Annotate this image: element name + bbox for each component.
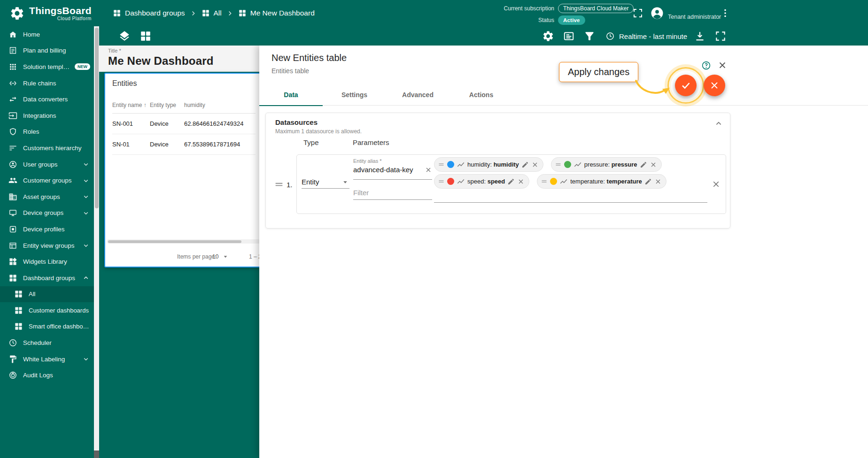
timewindow-label: Realtime - last minute	[619, 32, 687, 40]
manage-states-button[interactable]	[140, 30, 152, 42]
entity-alias-value: advanced-data-key	[353, 166, 425, 174]
cancel-changes-button[interactable]	[704, 75, 725, 96]
sidebar-item-scheduler[interactable]: Scheduler	[0, 335, 94, 351]
sidebar-item-roles[interactable]: Roles	[0, 124, 94, 140]
edit-key-button[interactable]	[507, 178, 515, 185]
dashboard-title-field[interactable]: Title * Me New Dashboard	[99, 46, 259, 72]
column-entity-name[interactable]: Entity name ↑	[112, 102, 150, 108]
billing-icon	[8, 46, 17, 55]
datasource-drag-handle[interactable]	[274, 179, 284, 190]
filters-button[interactable]	[583, 30, 596, 42]
sidebar-item-dashboard-groups[interactable]: Dashboard groups	[0, 270, 94, 286]
sidebar-item-integrations[interactable]: Integrations	[0, 107, 94, 124]
breadcrumb-separator-icon	[226, 10, 233, 17]
timeline-icon	[574, 160, 582, 169]
sidebar-item-widgets-library[interactable]: Widgets Library	[0, 253, 94, 270]
sidebar-item-customer-dashboards[interactable]: Customer dashboards	[0, 302, 94, 319]
column-entity-type[interactable]: Entity type	[150, 102, 184, 108]
remove-key-button[interactable]	[531, 161, 539, 168]
hscrollbar-thumb[interactable]	[108, 240, 241, 243]
remove-key-button[interactable]	[654, 178, 662, 185]
entities-widget[interactable]: Entities Entity name ↑ Entity type humid…	[104, 73, 263, 267]
scrollbar-thumb[interactable]	[95, 28, 99, 208]
sidebar-item-entity-view-groups[interactable]: Entity view groups	[0, 237, 94, 254]
apply-changes-button[interactable]	[675, 75, 697, 96]
scrollbar-corner	[94, 450, 99, 458]
remove-datasource-button[interactable]	[711, 179, 721, 189]
manage-layouts-button[interactable]	[118, 30, 131, 42]
chevron-down-icon	[82, 209, 90, 217]
edit-key-button[interactable]	[521, 161, 529, 168]
sidebar-item-smart-office-dashboards[interactable]: Smart office dashboards	[0, 319, 94, 335]
tab-advanced[interactable]: Advanced	[386, 84, 450, 106]
filter-placeholder: Filter	[353, 189, 369, 197]
sidebar-item-plan-and-billing[interactable]: Plan and billing	[0, 43, 94, 59]
audit-icon	[8, 371, 17, 380]
timeline-icon	[559, 177, 568, 186]
sidebar-item-user-groups[interactable]: User groups	[0, 156, 94, 173]
tab-settings[interactable]: Settings	[323, 84, 386, 106]
sidebar-item-device-groups[interactable]: Device groups	[0, 205, 94, 221]
edit-key-button[interactable]	[644, 178, 652, 185]
export-button[interactable]	[694, 30, 706, 42]
remove-key-button[interactable]	[517, 178, 525, 185]
datasources-panel: Datasources Maximum 1 datasource is allo…	[265, 113, 730, 229]
panel-close-button[interactable]	[717, 60, 728, 70]
entity-aliases-button[interactable]	[563, 30, 575, 42]
dashboards-icon	[8, 274, 17, 282]
tab-actions[interactable]: Actions	[450, 84, 513, 106]
dashboards-icon	[14, 290, 23, 298]
data-keys-input-underline[interactable]	[434, 202, 707, 203]
dashboard-title: Me New Dashboard	[108, 54, 259, 68]
breadcrumb-item[interactable]: Dashboard groups	[113, 9, 185, 17]
logo-title: ThingsBoard	[29, 6, 92, 16]
toolbar-fullscreen-button[interactable]	[714, 30, 727, 42]
thingsboard-logo[interactable]: ThingsBoard Cloud Platform	[9, 0, 92, 26]
column-humidity[interactable]: humidity	[184, 102, 256, 108]
dashboard-settings-button[interactable]	[542, 30, 554, 42]
breadcrumb-item[interactable]: All	[202, 9, 222, 17]
data-key-chip[interactable]: temperature: temperature	[537, 174, 666, 189]
sidebar-item-dashboard-group-all[interactable]: All	[0, 286, 94, 303]
table-row[interactable]: SN-001Device62.864661624749324	[112, 114, 256, 134]
clear-alias-button[interactable]	[425, 166, 432, 174]
breadcrumb-item[interactable]: Me New Dashboard	[238, 9, 315, 17]
sidebar-item-rule-chains[interactable]: Rule chains	[0, 75, 94, 92]
items-per-page-select[interactable]: 10	[212, 253, 218, 260]
sidebar-item-device-profiles[interactable]: Device profiles	[0, 221, 94, 237]
datasource-type-select[interactable]: Entity	[302, 176, 349, 189]
sidebar-item-data-converters[interactable]: Data converters	[0, 91, 94, 107]
data-key-chip[interactable]: pressure: pressure	[551, 157, 662, 172]
entity-alias-field[interactable]: Entity alias * advanced-data-key	[353, 158, 432, 180]
widget-config-panel: New Entities table Entities table DataSe…	[259, 46, 868, 458]
chevron-down-icon	[82, 355, 90, 363]
filter-field[interactable]: Filter	[353, 186, 432, 200]
data-key-chip[interactable]: humidity: humidity	[434, 157, 543, 172]
widget-hscrollbar[interactable]	[107, 239, 262, 244]
chevron-down-icon	[82, 176, 90, 185]
data-key-chip[interactable]: speed: speed	[434, 174, 529, 189]
timeline-icon	[457, 160, 465, 169]
sidebar-item-home[interactable]: Home	[0, 26, 94, 43]
sidebar-item-customer-groups[interactable]: Customer groups	[0, 172, 94, 189]
help-button[interactable]	[701, 61, 711, 70]
sidebar-scrollbar[interactable]	[94, 26, 99, 458]
avatar[interactable]	[650, 6, 664, 20]
edit-key-button[interactable]	[640, 161, 647, 168]
check-icon	[680, 80, 691, 91]
sidebar-item-solution-templates[interactable]: Solution templatesNEW	[0, 59, 94, 75]
remove-key-button[interactable]	[650, 161, 657, 168]
sidebar-item-customers-hierarchy[interactable]: Customers hierarchy	[0, 140, 94, 156]
header-menu-button[interactable]	[720, 8, 731, 19]
fullscreen-toggle-button[interactable]	[632, 8, 643, 19]
sidebar-item-white-labeling[interactable]: White Labeling	[0, 351, 94, 367]
device-profile-icon	[8, 225, 17, 234]
datasource-row: Entity Entity alias * advanced-data-key …	[296, 154, 726, 214]
table-row[interactable]: SN-01Device67.55389617871694	[112, 134, 256, 155]
sidebar-item-asset-groups[interactable]: Asset groups	[0, 189, 94, 205]
sidebar-item-audit-logs[interactable]: Audit Logs	[0, 367, 94, 383]
tab-data[interactable]: Data	[259, 84, 323, 106]
timewindow-button[interactable]: Realtime - last minute	[605, 30, 687, 42]
collapse-panel-button[interactable]	[713, 118, 724, 129]
drag-handle-icon	[541, 178, 548, 185]
